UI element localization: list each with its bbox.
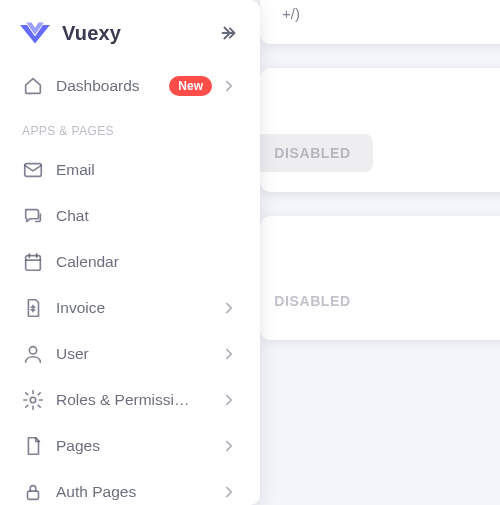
pin-arrow-icon[interactable] — [218, 22, 240, 44]
sidebar-item-label: Roles & Permissi… — [56, 391, 220, 409]
brand-name: Vuexy — [62, 22, 218, 45]
disabled-contained-button: DISABLED — [252, 134, 372, 172]
nav-section-apps-pages: APPS & PAGES — [12, 110, 248, 146]
sidebar-item-label: Invoice — [56, 299, 220, 317]
user-icon — [22, 343, 44, 365]
sidebar-item-label: Email — [56, 161, 238, 179]
svg-point-2 — [29, 347, 36, 354]
code-fragment: +/) — [282, 2, 500, 26]
chevron-right-icon — [220, 437, 238, 455]
sidebar-item-user[interactable]: User — [12, 332, 248, 376]
chevron-right-icon — [220, 483, 238, 501]
main-content: +/) tained" prop with `<Button>` co X SE… — [260, 0, 500, 505]
sidebar-item-chat[interactable]: Chat — [12, 194, 248, 238]
mail-icon — [22, 159, 44, 181]
calendar-icon — [22, 251, 44, 273]
sidebar-item-auth-pages[interactable]: Auth Pages — [12, 470, 248, 505]
file-icon — [22, 435, 44, 457]
sidebar-item-calendar[interactable]: Calendar — [12, 240, 248, 284]
sidebar-item-roles[interactable]: Roles & Permissi… — [12, 378, 248, 422]
brand-row: Vuexy — [0, 16, 260, 64]
svg-point-3 — [30, 397, 36, 403]
doc-card-fragment-top: +/) — [260, 0, 500, 44]
gear-icon — [22, 389, 44, 411]
doc-card-contained: tained" prop with `<Button>` co X SECOND… — [260, 68, 500, 192]
lock-icon — [22, 481, 44, 503]
chevron-right-icon — [220, 299, 238, 317]
svg-rect-1 — [26, 256, 41, 271]
chevron-right-icon — [220, 345, 238, 363]
disabled-text-button: DISABLED — [252, 282, 372, 320]
home-icon — [22, 75, 44, 97]
invoice-icon — [22, 297, 44, 319]
chat-icon — [22, 205, 44, 227]
chevron-right-icon — [220, 391, 238, 409]
sidebar-item-invoice[interactable]: Invoice — [12, 286, 248, 330]
sidebar-item-label: Auth Pages — [56, 483, 220, 501]
sidebar-item-label: User — [56, 345, 220, 363]
sidebar-item-pages[interactable]: Pages — [12, 424, 248, 468]
chevron-right-icon — [220, 77, 238, 95]
svg-rect-4 — [28, 491, 39, 499]
doc-card-text-buttons: " prop with `<Button>` compone X SECONDA… — [260, 216, 500, 340]
sidebar-item-label: Dashboards — [56, 77, 169, 95]
sidebar-item-label: Chat — [56, 207, 238, 225]
sidebar-item-email[interactable]: Email — [12, 148, 248, 192]
sidebar: Vuexy Dashboards New APPS & PAGES — [0, 0, 260, 505]
sidebar-item-label: Calendar — [56, 253, 238, 271]
primary-nav: Dashboards New APPS & PAGES Email — [0, 64, 260, 505]
brand-logo-icon — [20, 20, 50, 46]
new-badge: New — [169, 76, 212, 96]
sidebar-item-dashboards[interactable]: Dashboards New — [12, 64, 248, 108]
sidebar-item-label: Pages — [56, 437, 220, 455]
